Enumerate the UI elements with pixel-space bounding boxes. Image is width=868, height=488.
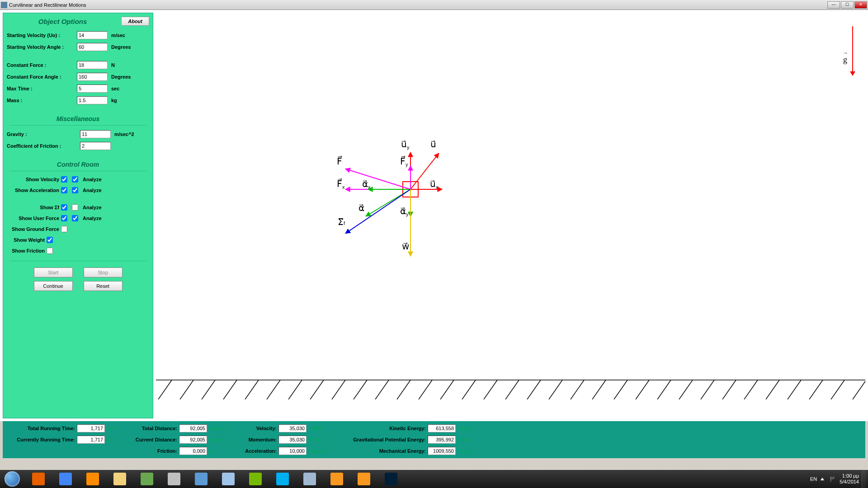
show-user-force-checkbox[interactable] (61, 215, 67, 221)
starting-velocity-label: Starting Velocity (Uo) : (7, 33, 77, 38)
svg-line-35 (397, 380, 410, 399)
continue-button[interactable]: Continue (34, 281, 73, 291)
taskbar-netbeans-icon[interactable] (297, 471, 323, 487)
taskbar-mycomputer-icon[interactable] (188, 471, 214, 487)
starting-angle-unit: Degrees (111, 44, 131, 50)
analyze-sigmaf-checkbox[interactable] (72, 204, 78, 211)
reset-button[interactable]: Reset (84, 281, 123, 291)
svg-line-38 (462, 380, 476, 399)
mass-unit: kg (111, 98, 117, 103)
svg-text:F⃗: F⃗ (337, 155, 342, 166)
svg-text:u⃗: u⃗ (430, 139, 436, 149)
start-button[interactable] (0, 470, 24, 488)
svg-line-46 (636, 380, 649, 399)
start-button[interactable]: Start (34, 267, 73, 277)
mechanical-label: Mechanical Energy: (342, 448, 428, 454)
max-time-input[interactable] (77, 84, 108, 93)
show-accel-label: Show Acceleration (7, 188, 61, 193)
starting-angle-input[interactable] (77, 43, 108, 51)
analyze-sigmaf-label: Analyze (83, 205, 102, 210)
svg-line-34 (375, 380, 389, 399)
taskbar-wmp-icon[interactable] (80, 471, 106, 487)
tray-flag-icon[interactable]: 🏴 (830, 476, 836, 482)
show-velocity-checkbox[interactable] (61, 176, 67, 183)
taskbar-explorer-icon[interactable] (107, 471, 133, 487)
taskbar-java2-icon[interactable] (351, 471, 377, 487)
taskbar-firefox-icon[interactable] (25, 471, 52, 487)
total-time-label: Total Running Time: (7, 426, 77, 431)
about-button[interactable]: About (121, 17, 149, 26)
gravity-unit: m/sec^2 (114, 131, 134, 137)
taskbar-java1-icon[interactable] (324, 471, 350, 487)
mass-input[interactable] (77, 96, 108, 104)
kinetic-unit: Joule (458, 426, 470, 431)
tray-date: 5/4/2014 (840, 479, 859, 485)
taskbar-photoshop-icon[interactable] (378, 471, 404, 487)
svg-line-36 (419, 380, 432, 399)
tray-clock[interactable]: 1:00 μμ 5/4/2014 (840, 473, 859, 485)
analyze-accel-checkbox[interactable] (72, 187, 78, 193)
misc-title: Miscellaneous (7, 113, 149, 124)
potential-label: Gravitational Potential Energy: (342, 437, 428, 442)
tray-chevron-icon[interactable] (821, 478, 824, 480)
svg-line-31 (310, 380, 324, 399)
taskbar-calc-icon[interactable] (215, 471, 241, 487)
window-titlebar: Curvilinear and Rectilinear Motions — ☐ … (0, 0, 868, 10)
current-distance-unit: meters (210, 437, 225, 442)
show-weight-label: Show Weight (7, 237, 47, 243)
starting-velocity-input[interactable] (77, 31, 108, 39)
taskbar-skype-icon[interactable] (269, 471, 296, 487)
show-sigmaf-checkbox[interactable] (61, 204, 67, 211)
show-accel-checkbox[interactable] (61, 187, 67, 193)
close-button[interactable]: ✕ (854, 1, 867, 9)
current-time-label: Currently Running Time: (7, 437, 77, 442)
acceleration-label: Acceleration: (242, 448, 278, 454)
stop-button[interactable]: Stop (84, 267, 123, 277)
show-friction-label: Show Friction (7, 248, 47, 253)
constant-force-angle-input[interactable] (77, 73, 108, 81)
taskbar-disc-icon[interactable] (161, 471, 187, 487)
svg-text:α⃗: α⃗ (359, 203, 364, 213)
show-friction-checkbox[interactable] (47, 248, 53, 254)
system-tray[interactable]: EN 🏴 1:00 μμ 5/4/2014 (810, 473, 862, 485)
app-icon (1, 2, 7, 8)
constant-force-input[interactable] (77, 61, 108, 69)
kinetic-value (428, 424, 456, 432)
constant-force-angle-label: Constant Force Angle : (7, 74, 77, 80)
acceleration-value (278, 447, 307, 455)
potential-unit: Joule (458, 437, 470, 442)
show-weight-checkbox[interactable] (47, 237, 53, 243)
show-desktop-button[interactable] (862, 470, 866, 488)
svg-line-53 (788, 380, 801, 399)
gravity-label: g (843, 55, 847, 65)
show-ground-force-checkbox[interactable] (61, 226, 67, 232)
svg-line-37 (440, 380, 454, 399)
current-distance-value (179, 436, 207, 444)
taskbar-chrome-icon[interactable] (52, 471, 79, 487)
minimize-button[interactable]: — (827, 1, 840, 9)
gravity-label: Gravity : (7, 131, 80, 137)
acceleration-unit: m/sec^2 (309, 448, 328, 454)
svg-line-33 (354, 380, 367, 399)
mass-label: Mass : (7, 98, 77, 103)
total-time-value (77, 424, 105, 432)
tray-lang[interactable]: EN (810, 476, 817, 482)
control-room-title: Control Room (7, 158, 149, 170)
svg-line-32 (332, 380, 345, 399)
analyze-user-force-checkbox[interactable] (72, 215, 78, 221)
taskbar-task-mgr-icon[interactable] (134, 471, 160, 487)
gravity-vector: g (843, 26, 855, 76)
taskbar-utorrent-icon[interactable] (242, 471, 269, 487)
ground-surface (156, 380, 865, 399)
gravity-input[interactable] (80, 130, 111, 138)
svg-line-44 (592, 380, 606, 399)
svg-line-55 (831, 380, 844, 399)
maximize-button[interactable]: ☐ (841, 1, 854, 9)
svg-line-47 (657, 380, 671, 399)
velocity-unit: m/sec (309, 426, 322, 431)
analyze-velocity-checkbox[interactable] (72, 176, 78, 183)
friction-coef-input[interactable] (80, 142, 111, 150)
svg-text:Σ⃗f: Σ⃗f (338, 217, 345, 227)
show-sigmaf-label: Show Σf (7, 205, 61, 210)
svg-line-30 (288, 380, 302, 399)
